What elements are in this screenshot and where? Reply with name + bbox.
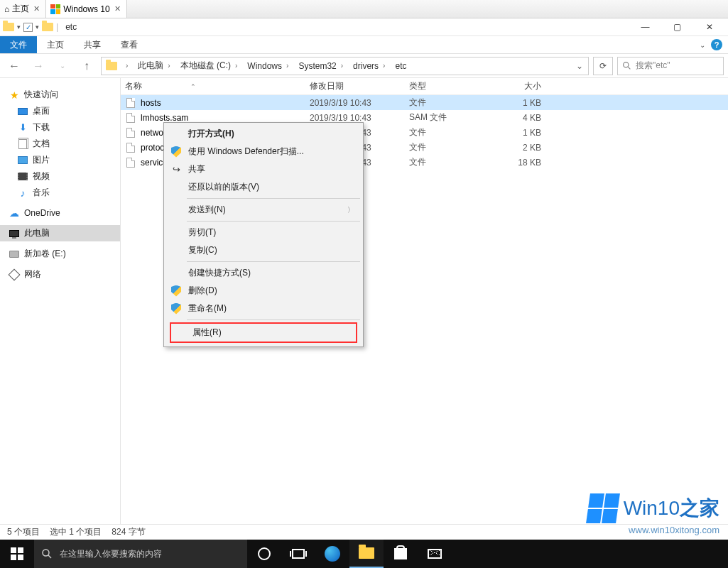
nav-recent-button[interactable]: ⌄ <box>53 56 72 76</box>
file-name: hosts <box>141 98 310 108</box>
sidebar-item-drive-e[interactable]: 新加卷 (E:) <box>0 246 120 262</box>
sidebar-item-this-pc[interactable]: 此电脑 <box>0 225 120 241</box>
folder-icon[interactable] <box>42 23 53 31</box>
taskbar-store[interactable] <box>384 540 418 568</box>
file-icon <box>125 127 136 138</box>
nav-back-button[interactable]: ← <box>4 56 24 76</box>
close-icon[interactable]: ✕ <box>113 4 122 13</box>
search-input[interactable]: 搜索"etc" <box>617 57 724 75</box>
breadcrumb[interactable]: drivers› <box>349 58 389 75</box>
nav-up-button[interactable]: ↑ <box>77 56 97 76</box>
ctx-cut[interactable]: 剪切(T) <box>165 224 362 241</box>
column-date[interactable]: 修改日期 <box>310 80 409 92</box>
sidebar-item-desktop[interactable]: 桌面 <box>0 103 120 119</box>
main-area: ★快速访问 桌面 ⬇下载 文档 图片 视频 ♪音乐 ☁OneDrive 此电脑 … <box>0 78 728 524</box>
address-dropdown-icon[interactable]: ⌄ <box>572 61 587 71</box>
sidebar-item-videos[interactable]: 视频 <box>0 168 120 185</box>
home-icon: ⌂ <box>4 4 9 14</box>
ctx-create-shortcut[interactable]: 创建快捷方式(S) <box>165 264 362 282</box>
refresh-button[interactable]: ⟳ <box>593 57 613 75</box>
crumb-label: System32 <box>298 61 336 71</box>
taskbar-edge[interactable] <box>315 540 349 568</box>
help-icon[interactable]: ? <box>711 39 722 50</box>
ctx-label: 删除(D) <box>188 285 217 297</box>
file-size: 1 KB <box>497 98 547 108</box>
ctx-rename[interactable]: 重命名(M) <box>165 300 362 317</box>
ctx-defender-scan[interactable]: 使用 Windows Defender扫描... <box>165 143 362 160</box>
shield-icon <box>170 302 183 315</box>
breadcrumb[interactable]: Windows› <box>243 58 293 75</box>
ctx-label: 属性(R) <box>192 327 222 339</box>
breadcrumb[interactable]: etc <box>391 58 411 75</box>
documents-icon <box>17 138 28 150</box>
ctx-label: 还原以前的版本(V) <box>188 181 259 193</box>
sidebar-item-music[interactable]: ♪音乐 <box>0 185 120 201</box>
sidebar-label: 视频 <box>33 170 50 182</box>
ctx-separator <box>187 320 360 320</box>
context-menu: 打开方式(H) 使用 Windows Defender扫描... ↪共享 还原以… <box>163 122 364 347</box>
breadcrumb[interactable]: System32› <box>294 58 347 75</box>
svg-rect-2 <box>11 547 16 553</box>
status-selected: 选中 1 个项目 <box>50 526 102 538</box>
ribbon-tab-view[interactable]: 查看 <box>111 36 148 53</box>
ctx-properties[interactable]: 属性(R) <box>171 324 356 342</box>
column-type[interactable]: 类型 <box>409 80 497 92</box>
breadcrumb[interactable]: 此电脑› <box>134 58 174 75</box>
close-button[interactable]: ✕ <box>693 18 725 36</box>
sidebar-item-onedrive[interactable]: ☁OneDrive <box>0 205 120 221</box>
ctx-copy[interactable]: 复制(C) <box>165 241 362 259</box>
ctx-delete[interactable]: 删除(D) <box>165 282 362 300</box>
close-icon[interactable]: ✕ <box>32 4 41 13</box>
ribbon-tab-share[interactable]: 共享 <box>74 36 111 53</box>
sidebar-label: 音乐 <box>33 187 50 199</box>
highlight-annotation: 属性(R) <box>170 322 357 343</box>
taskbar-explorer[interactable] <box>349 540 384 568</box>
sidebar-item-documents[interactable]: 文档 <box>0 136 120 152</box>
maximize-button[interactable]: ▢ <box>661 18 693 36</box>
tab-windows10[interactable]: Windows 10 ✕ <box>46 0 126 18</box>
ctx-share[interactable]: ↪共享 <box>165 160 362 178</box>
taskbar-cortana[interactable] <box>247 540 281 568</box>
ctx-restore-versions[interactable]: 还原以前的版本(V) <box>165 178 362 196</box>
taskbar-mail[interactable] <box>418 540 452 568</box>
col-name-label: 名称 <box>125 80 142 92</box>
ribbon-tab-home[interactable]: 主页 <box>37 36 74 53</box>
sidebar-item-pictures[interactable]: 图片 <box>0 152 120 168</box>
minimize-button[interactable]: ― <box>629 18 661 36</box>
column-name[interactable]: 名称⌃ <box>125 80 310 92</box>
chevron-down-icon[interactable]: ▾ <box>36 23 39 31</box>
ribbon-tab-file[interactable]: 文件 <box>0 36 37 53</box>
ctx-label: 剪切(T) <box>188 226 216 239</box>
folder-icon[interactable] <box>3 23 14 31</box>
ctx-separator <box>187 261 360 262</box>
column-size[interactable]: 大小 <box>497 80 547 92</box>
ctx-label: 共享 <box>188 163 205 175</box>
nav-forward-button[interactable]: → <box>28 56 48 76</box>
ctx-open-with[interactable]: 打开方式(H) <box>165 125 362 143</box>
tab-home[interactable]: ⌂ 主页 ✕ <box>0 0 46 18</box>
qat-checkbox-icon[interactable]: ✓ <box>23 23 33 32</box>
file-type: 文件 <box>409 126 497 138</box>
ribbon-expand-icon[interactable]: ⌄ <box>700 41 705 49</box>
breadcrumb[interactable]: 本地磁盘 (C:)› <box>176 58 242 75</box>
breadcrumb[interactable]: › <box>121 58 132 75</box>
file-type: 文件 <box>409 156 497 168</box>
sidebar-item-quick-access[interactable]: ★快速访问 <box>0 87 120 103</box>
sidebar-item-downloads[interactable]: ⬇下载 <box>0 119 120 136</box>
ctx-send-to[interactable]: 发送到(N)〉 <box>165 201 362 219</box>
file-type: 文件 <box>409 141 497 153</box>
chevron-down-icon[interactable]: ▾ <box>17 23 21 31</box>
taskbar-search[interactable]: 在这里输入你要搜索的内容 <box>34 540 247 568</box>
svg-rect-4 <box>11 555 16 560</box>
file-date: 2019/3/19 10:43 <box>310 98 409 108</box>
address-bar[interactable]: › 此电脑› 本地磁盘 (C:)› Windows› System32› dri… <box>101 57 589 75</box>
status-bytes: 824 字节 <box>112 526 145 538</box>
file-size: 2 KB <box>497 143 547 153</box>
col-size-label: 大小 <box>524 81 541 91</box>
ribbon: 文件 主页 共享 查看 ⌄ ? <box>0 36 728 54</box>
start-button[interactable] <box>0 540 34 568</box>
sidebar-label: 文档 <box>33 138 50 150</box>
file-row[interactable]: hosts2019/3/19 10:43文件1 KB <box>121 95 728 110</box>
sidebar-item-network[interactable]: 网络 <box>0 266 120 283</box>
taskbar-taskview[interactable] <box>281 540 315 568</box>
